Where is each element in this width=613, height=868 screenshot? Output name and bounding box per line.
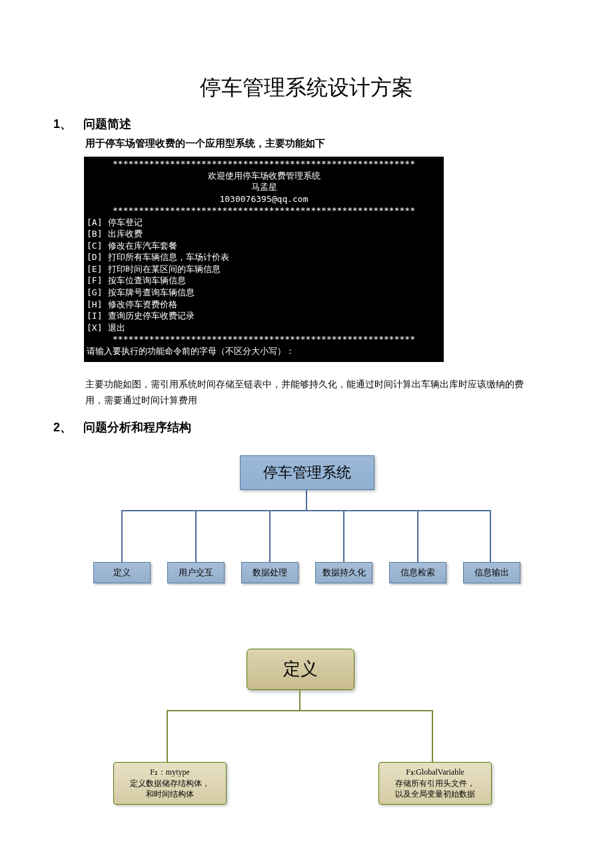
section-1-body: 主要功能如图，需引用系统时间存储至链表中，并能够持久化，能通过时间计算出车辆出库… [85,377,528,409]
menu-text: 打印时间在某区间的车辆信息 [108,263,221,275]
section-1-heading: 1、 问题简述 [53,116,560,132]
tree-leaf: 用户交互 [167,562,225,583]
leaf-title: F₂：mytype [117,767,223,778]
section-title: 问题分析和程序结构 [83,421,191,434]
leaf-desc: 存储所有引用头文件， [382,778,488,789]
menu-item: [F]按车位查询车辆信息 [87,275,441,287]
menu-item: [D]打印所有车辆信息，车场计价表 [87,251,441,263]
menu-text: 按车牌号查询车辆信息 [108,287,195,299]
console-divider: ****************************************… [87,205,441,217]
tree-root: 定义 [247,649,354,690]
console-divider: ****************************************… [87,158,441,170]
connector-line [432,710,433,762]
connector-line [490,510,491,562]
console-screenshot: ****************************************… [84,157,444,362]
menu-key: [E] [87,263,108,275]
menu-key: [I] [87,310,108,322]
section-number: 2、 [53,419,80,435]
document-page: 停车管理系统设计方案 1、 问题简述 用于停车场管理收费的一个应用型系统，主要功… [0,0,613,868]
connector-line [343,510,344,562]
leaf-desc: 以及全局变量初始数据 [382,789,488,800]
connector-line [417,510,418,562]
leaf-title: F₃:GlobalVariable [382,767,488,778]
connector-line [121,510,123,562]
menu-key: [F] [87,275,108,287]
menu-key: [H] [87,299,108,311]
connector-line [299,690,301,710]
tree-leaf: F₂：mytype 定义数据储存结构体， 和时间结构体 [113,762,227,805]
menu-key: [D] [87,251,108,263]
connector-line [269,510,271,562]
connector-line [121,510,491,511]
console-divider: ****************************************… [87,333,441,345]
connector-line [167,710,168,762]
leaf-desc: 定义数据储存结构体， [117,778,223,789]
tree-diagram-define: 定义 F₂：mytype 定义数据储存结构体， 和时间结构体 F₃:Global… [93,649,520,809]
menu-item: [C]修改在库汽车套餐 [87,240,441,252]
connector-line [167,710,433,711]
tree-leaf: 数据持久化 [315,562,372,583]
menu-key: [C] [87,240,108,252]
tree-root: 停车管理系统 [240,455,374,490]
console-welcome: 欢迎使用停车场收费管理系统 [87,170,441,182]
tree-leaf: F₃:GlobalVariable 存储所有引用头文件， 以及全局变量初始数据 [378,762,492,805]
menu-text: 停车登记 [108,217,143,229]
menu-key: [X] [87,322,108,334]
menu-item: [I]查询历史停车收费记录 [87,310,441,322]
leaf-desc: 和时间结构体 [117,789,223,800]
menu-text: 修改在库汽车套餐 [108,240,177,252]
menu-text: 出库收费 [108,228,143,240]
menu-text: 退出 [108,322,125,334]
menu-item: [X]退出 [87,322,441,334]
tree-leaf: 信息输出 [463,562,520,583]
menu-item: [G]按车牌号查询车辆信息 [87,287,441,299]
menu-text: 修改停车资费价格 [108,299,177,311]
menu-text: 按车位查询车辆信息 [108,275,186,287]
connector-line [195,510,197,562]
menu-text: 查询历史停车收费记录 [108,310,195,322]
section-title: 问题简述 [83,117,131,131]
document-title: 停车管理系统设计方案 [53,73,560,103]
menu-item: [B]出库收费 [87,228,441,240]
menu-item: [A]停车登记 [87,217,441,229]
menu-key: [A] [87,217,108,229]
connector-line [306,490,307,510]
tree-leaf: 数据处理 [241,562,299,583]
menu-item: [H]修改停车资费价格 [87,299,441,311]
section-2-heading: 2、 问题分析和程序结构 [53,419,560,435]
menu-key: [G] [87,287,108,299]
tree-leaf: 信息检索 [389,562,446,583]
console-email: 1030076395@qq.com [87,193,441,205]
console-author: 马孟星 [87,181,441,193]
menu-text: 打印所有车辆信息，车场计价表 [108,251,229,263]
console-prompt: 请输入要执行的功能命令前的字母（不区分大小写）： [87,345,441,357]
section-number: 1、 [53,116,80,132]
section-1-intro: 用于停车场管理收费的一个应用型系统，主要功能如下 [85,137,560,150]
menu-item: [E]打印时间在某区间的车辆信息 [87,263,441,275]
tree-leaf: 定义 [93,562,151,583]
menu-key: [B] [87,228,108,240]
tree-diagram-system: 停车管理系统 定义 用户交互 数据处理 数据持久化 信息检索 信息输出 [93,455,520,609]
